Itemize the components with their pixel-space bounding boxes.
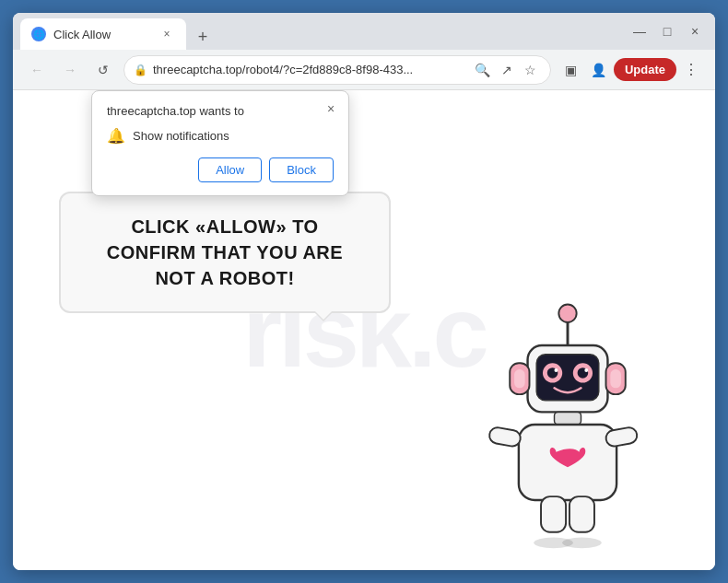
notification-row: 🔔 Show notifications xyxy=(107,127,334,145)
svg-point-8 xyxy=(555,368,558,372)
sidebar-icon[interactable]: ▣ xyxy=(558,57,584,83)
tab-title: Click Allow xyxy=(53,28,151,41)
window-close-button[interactable]: × xyxy=(682,18,708,44)
refresh-button[interactable]: ↺ xyxy=(90,57,116,83)
popup-close-button[interactable]: × xyxy=(321,99,341,119)
svg-rect-19 xyxy=(569,496,594,532)
lock-icon: 🔒 xyxy=(134,64,147,76)
browser-window: 🌐 Click Allow × + — □ × ← → ↺ 🔒 threecap… xyxy=(13,13,715,570)
svg-point-9 xyxy=(584,368,588,372)
minimize-button[interactable]: — xyxy=(627,18,652,44)
popup-actions: Allow Block xyxy=(107,157,334,182)
svg-rect-13 xyxy=(610,369,621,388)
tab-favicon: 🌐 xyxy=(31,27,46,41)
block-button[interactable]: Block xyxy=(269,157,334,182)
url-text: threecaptcha.top/robot4/?c=2fd889c8-8f98… xyxy=(153,63,467,76)
tab-area: 🌐 Click Allow × + xyxy=(20,13,621,50)
search-icon[interactable]: 🔍 xyxy=(473,60,493,80)
omnibox-icons: 🔍 ↗ ☆ xyxy=(473,60,541,80)
bell-icon: 🔔 xyxy=(107,127,125,145)
address-bar: ← → ↺ 🔒 threecaptcha.top/robot4/?c=2fd88… xyxy=(13,50,715,90)
maximize-button[interactable]: □ xyxy=(654,18,680,44)
notification-popup: threecaptcha.top wants to × 🔔 Show notif… xyxy=(91,90,349,196)
bookmark-icon[interactable]: ☆ xyxy=(521,60,541,80)
content-area: threecaptcha.top wants to × 🔔 Show notif… xyxy=(13,90,715,570)
menu-button[interactable]: ⋮ xyxy=(678,57,704,83)
back-button[interactable]: ← xyxy=(24,57,50,83)
forward-button[interactable]: → xyxy=(57,57,83,83)
share-icon[interactable]: ↗ xyxy=(497,60,517,80)
update-button[interactable]: Update xyxy=(614,58,676,81)
window-controls: — □ × xyxy=(627,18,708,44)
svg-rect-12 xyxy=(514,369,525,388)
robot-illustration xyxy=(476,294,660,552)
svg-point-1 xyxy=(558,305,576,322)
captcha-bubble: CLICK «ALLOW» TO CONFIRM THAT YOU ARE NO… xyxy=(59,192,391,313)
captcha-message: CLICK «ALLOW» TO CONFIRM THAT YOU ARE NO… xyxy=(87,214,363,291)
new-tab-button[interactable]: + xyxy=(190,24,216,50)
tab-close-button[interactable]: × xyxy=(159,26,175,42)
svg-rect-16 xyxy=(488,426,522,448)
page-content: risk.c threecaptcha.top wants to × 🔔 Sho… xyxy=(13,90,715,570)
popup-title: threecaptcha.top wants to xyxy=(107,104,334,118)
allow-button[interactable]: Allow xyxy=(198,157,262,182)
profile-icon[interactable]: 👤 xyxy=(586,57,612,83)
notification-label: Show notifications xyxy=(133,129,229,143)
svg-rect-18 xyxy=(541,496,566,532)
svg-point-21 xyxy=(562,538,601,549)
omnibox[interactable]: 🔒 threecaptcha.top/robot4/?c=2fd889c8-8f… xyxy=(123,55,551,85)
svg-rect-14 xyxy=(555,412,581,425)
toolbar-icons: ▣ 👤 Update ⋮ xyxy=(558,57,704,83)
active-tab[interactable]: 🌐 Click Allow × xyxy=(20,18,186,50)
title-bar: 🌐 Click Allow × + — □ × xyxy=(13,13,715,50)
robot-svg xyxy=(476,294,660,552)
